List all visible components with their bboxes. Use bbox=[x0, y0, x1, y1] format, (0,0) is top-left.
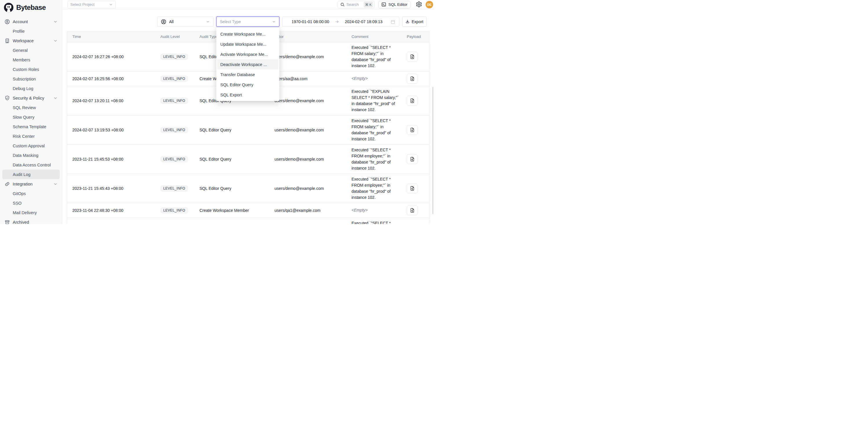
cell-time: 2023-11-21 15:45:43 +08:00 bbox=[67, 174, 155, 203]
sidebar-item-sql-review[interactable]: SQL Review bbox=[0, 103, 62, 112]
cell-actor: users/demo@example.com bbox=[269, 174, 346, 203]
column-header-comment: Comment bbox=[346, 32, 402, 42]
search-shortcut-badge: ⌘ K bbox=[364, 2, 373, 7]
sidebar-item-members[interactable]: Members bbox=[0, 55, 62, 65]
sidebar-nav: Account Profile Workspace General Member… bbox=[0, 17, 62, 224]
type-filter-select[interactable]: Select Type bbox=[216, 17, 279, 27]
audit-level-badge: LEVEL_INFO bbox=[160, 127, 188, 133]
audit-level-badge: LEVEL_INFO bbox=[160, 207, 188, 214]
chevron-down-icon bbox=[109, 3, 113, 7]
payload-view-button[interactable] bbox=[407, 184, 417, 193]
chevron-down-icon bbox=[53, 96, 58, 100]
cell-time: 2024-02-07 13:20:11 +08:00 bbox=[67, 86, 155, 115]
date-range-picker[interactable]: 1970-01-01 08:00:00 2024-02-07 18:09:13 bbox=[282, 17, 399, 27]
project-select[interactable]: Select Project bbox=[67, 1, 116, 8]
sidebar-group-workspace[interactable]: Workspace bbox=[0, 36, 62, 45]
sidebar-item-mail-delivery[interactable]: Mail Delivery bbox=[0, 208, 62, 217]
type-filter-placeholder: Select Type bbox=[220, 20, 241, 24]
cell-comment: <Empty> bbox=[351, 75, 399, 82]
sidebar-item-gitops[interactable]: GitOps bbox=[0, 189, 62, 198]
dropdown-option-update-workspace-member[interactable]: Update Workspace Me... bbox=[217, 39, 278, 49]
sidebar-item-data-access-control[interactable]: Data Access Control bbox=[0, 160, 62, 169]
topbar-right: Search ⌘ K SQL Editor DE bbox=[338, 1, 433, 8]
dropdown-option-deactivate-workspace-member[interactable]: Deactivate Workspace ... bbox=[217, 59, 278, 69]
bytebase-logo-icon bbox=[4, 3, 13, 12]
actor-filter-select[interactable]: All bbox=[157, 17, 213, 27]
payload-view-button[interactable] bbox=[407, 125, 417, 135]
file-search-icon bbox=[410, 157, 415, 162]
chevron-down-icon bbox=[53, 38, 58, 43]
dropdown-option-activate-workspace-member[interactable]: Activate Workspace Me... bbox=[217, 49, 278, 59]
sidebar-item-slow-query[interactable]: Slow Query bbox=[0, 112, 62, 122]
cell-audit-type: SQL Editor Query bbox=[194, 115, 269, 145]
sidebar-item-subscription[interactable]: Subscription bbox=[0, 74, 62, 84]
audit-level-badge: LEVEL_INFO bbox=[160, 54, 188, 60]
sidebar-item-debug-log[interactable]: Debug Log bbox=[0, 84, 62, 93]
file-search-icon bbox=[410, 54, 415, 59]
cell-comment: Executed `"SELECT * FROM employee;"` in … bbox=[351, 176, 399, 200]
chevron-down-icon bbox=[272, 20, 276, 24]
sidebar-item-profile[interactable]: Profile bbox=[0, 26, 62, 36]
cell-audit-type: SQL Editor Query bbox=[194, 174, 269, 203]
sidebar-item-general[interactable]: General bbox=[0, 45, 62, 55]
type-filter-dropdown: Create Workspace Me... Update Workspace … bbox=[216, 28, 279, 101]
sidebar-group-integration[interactable]: Integration bbox=[0, 179, 62, 189]
sidebar-item-custom-roles[interactable]: Custom Roles bbox=[0, 65, 62, 74]
date-from-value: 1970-01-01 08:00:00 bbox=[286, 20, 335, 24]
column-header-payload: Payload bbox=[402, 32, 429, 42]
user-circle-icon bbox=[4, 19, 10, 25]
table-row: 2023-11-04 01:06:24 +08:00 LEVEL_INFO SQ… bbox=[67, 218, 429, 224]
avatar[interactable]: DE bbox=[426, 1, 433, 8]
audit-log-page: Bytebase Account Profile Workspace Gener… bbox=[0, 0, 434, 224]
sidebar-item-sso[interactable]: SSO bbox=[0, 198, 62, 208]
payload-view-button[interactable] bbox=[407, 205, 417, 215]
cell-comment: Executed `"SELECT * FROM department;"` i… bbox=[351, 220, 399, 224]
payload-view-button[interactable] bbox=[407, 96, 417, 106]
payload-view-button[interactable] bbox=[407, 74, 417, 84]
sidebar-item-risk-center[interactable]: Risk Center bbox=[0, 131, 62, 141]
column-header-time: Time bbox=[67, 32, 155, 42]
payload-view-button[interactable] bbox=[407, 154, 417, 164]
sidebar-item-audit-log[interactable]: Audit Log bbox=[2, 169, 60, 179]
audit-level-badge: LEVEL_INFO bbox=[160, 98, 188, 104]
cell-audit-type: SQL Editor Query bbox=[194, 145, 269, 174]
scrollbar[interactable] bbox=[432, 87, 433, 214]
shield-check-icon bbox=[4, 95, 10, 101]
dropdown-option-transfer-database[interactable]: Transfer Database bbox=[217, 69, 278, 79]
gear-icon[interactable] bbox=[416, 1, 423, 8]
file-search-icon bbox=[410, 98, 415, 103]
dropdown-option-create-workspace-member[interactable]: Create Workspace Me... bbox=[217, 29, 278, 39]
column-header-audit-level: Audit Level bbox=[155, 32, 194, 42]
top-bar: Select Project Search ⌘ K SQL Editor bbox=[62, 0, 434, 9]
chevron-down-icon bbox=[53, 20, 58, 24]
cell-actor: users/demo@example.com bbox=[269, 218, 346, 224]
file-search-icon bbox=[410, 208, 415, 213]
cell-comment: Executed `"SELECT * FROM salary;"` in da… bbox=[351, 44, 399, 69]
download-icon bbox=[405, 20, 410, 24]
cell-time: 2023-11-04 01:06:24 +08:00 bbox=[67, 218, 155, 224]
export-button[interactable]: Export bbox=[402, 17, 427, 27]
search-input[interactable]: Search ⌘ K bbox=[338, 1, 375, 8]
cell-comment: Executed `"EXPLAIN SELECT * FROM salary;… bbox=[351, 89, 399, 113]
table-row: 2023-11-21 15:45:53 +08:00 LEVEL_INFO SQ… bbox=[67, 145, 429, 174]
arrow-right-icon bbox=[335, 20, 339, 24]
cell-audit-type: Create Workspace Member bbox=[194, 203, 269, 218]
dropdown-option-sql-export[interactable]: SQL Export bbox=[217, 90, 278, 100]
sql-editor-button[interactable]: SQL Editor bbox=[378, 1, 410, 8]
bytebase-logo[interactable]: Bytebase bbox=[0, 0, 62, 13]
dropdown-option-sql-editor-query[interactable]: SQL Editor Query bbox=[217, 79, 278, 90]
sidebar-group-archived[interactable]: Archived bbox=[0, 217, 62, 224]
payload-view-button[interactable] bbox=[407, 52, 417, 62]
calendar-icon bbox=[390, 19, 396, 24]
sidebar-item-data-masking[interactable]: Data Masking bbox=[0, 151, 62, 160]
cell-time: 2023-11-04 22:48:30 +08:00 bbox=[67, 203, 155, 218]
file-search-icon bbox=[410, 127, 415, 133]
cell-audit-type: SQL Editor Query bbox=[194, 218, 269, 224]
link-icon bbox=[4, 181, 10, 187]
cell-time: 2023-11-21 15:45:53 +08:00 bbox=[67, 145, 155, 174]
sidebar-item-schema-template[interactable]: Schema Template bbox=[0, 122, 62, 131]
sidebar-group-security-policy[interactable]: Security & Policy bbox=[0, 93, 62, 103]
sidebar-group-account[interactable]: Account bbox=[0, 17, 62, 26]
user-circle-icon bbox=[161, 19, 166, 25]
sidebar-item-custom-approval[interactable]: Custom Approval bbox=[0, 141, 62, 151]
